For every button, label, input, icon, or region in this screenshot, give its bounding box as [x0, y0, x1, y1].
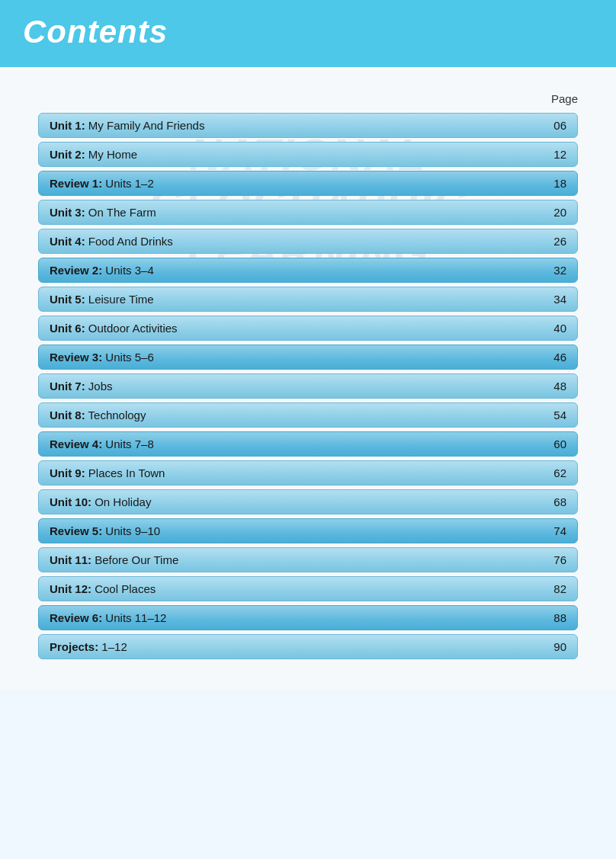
toc-item-label: Unit 2: My Home [50, 148, 545, 161]
toc-row[interactable]: Unit 12: Cool Places82 [38, 576, 578, 601]
toc-item-bold: Review 2: [50, 264, 102, 277]
toc-item-bold: Review 1: [50, 177, 102, 190]
toc-item-bold: Unit 7: [50, 380, 85, 393]
toc-row[interactable]: Unit 3: On The Farm20 [38, 200, 578, 225]
toc-row[interactable]: Review 3: Units 5–646 [38, 345, 578, 370]
toc-item-bold: Unit 4: [50, 235, 85, 248]
toc-row[interactable]: Review 2: Units 3–432 [38, 258, 578, 283]
toc-row[interactable]: Unit 8: Technology54 [38, 402, 578, 428]
toc-item-page: 62 [545, 466, 566, 479]
toc-item-bold: Unit 8: [50, 409, 85, 421]
toc-item-label: Unit 6: Outdoor Activities [50, 322, 545, 335]
toc-item-label: Unit 1: My Family And Friends [50, 119, 545, 132]
toc-item-page: 74 [545, 524, 566, 537]
toc-item-bold: Unit 1: [50, 119, 85, 132]
toc-item-label: Review 5: Units 9–10 [50, 524, 545, 537]
toc-item-label: Review 4: Units 7–8 [50, 438, 545, 450]
toc-item-label: Unit 8: Technology [50, 409, 545, 421]
toc-row[interactable]: Review 5: Units 9–1074 [38, 518, 578, 543]
toc-row[interactable]: Unit 5: Leisure Time34 [38, 287, 578, 312]
toc-item-bold: Review 4: [50, 438, 102, 450]
page-column-label: Page [38, 92, 578, 105]
toc-row[interactable]: Projects: 1–1290 [38, 634, 578, 659]
toc-item-page: 48 [545, 380, 566, 393]
toc-item-label: Unit 3: On The Farm [50, 206, 545, 219]
toc-item-page: 82 [545, 582, 566, 595]
toc-item-label: Unit 11: Before Our Time [50, 553, 545, 566]
toc-row[interactable]: Review 4: Units 7–860 [38, 431, 578, 457]
toc-row[interactable]: Unit 4: Food And Drinks26 [38, 229, 578, 254]
toc-item-label: Unit 7: Jobs [50, 380, 545, 393]
toc-item-page: 68 [545, 495, 566, 508]
toc-item-label: Unit 4: Food And Drinks [50, 235, 545, 248]
toc-row[interactable]: Review 6: Units 11–1288 [38, 605, 578, 630]
toc-list: Unit 1: My Family And Friends06Unit 2: M… [38, 113, 578, 659]
toc-item-label: Review 2: Units 3–4 [50, 264, 545, 277]
toc-item-page: 90 [545, 640, 566, 653]
toc-item-label: Review 1: Units 1–2 [50, 177, 545, 190]
toc-item-page: 32 [545, 264, 566, 277]
toc-item-page: 76 [545, 553, 566, 566]
toc-row[interactable]: Unit 11: Before Our Time76 [38, 547, 578, 572]
toc-item-label: Projects: 1–12 [50, 640, 545, 653]
toc-item-bold: Unit 6: [50, 322, 85, 335]
page-header: Contents [0, 0, 616, 67]
toc-item-page: 06 [545, 119, 566, 132]
toc-item-label: Unit 5: Leisure Time [50, 293, 545, 306]
toc-item-label: Unit 10: On Holiday [50, 495, 545, 508]
toc-item-bold: Unit 12: [50, 582, 91, 595]
toc-row[interactable]: Unit 2: My Home12 [38, 142, 578, 167]
toc-item-page: 12 [545, 148, 566, 161]
toc-row[interactable]: Unit 7: Jobs48 [38, 373, 578, 399]
toc-item-page: 20 [545, 206, 566, 219]
toc-item-bold: Review 6: [50, 611, 102, 624]
toc-row[interactable]: Unit 10: On Holiday68 [38, 489, 578, 514]
toc-item-page: 34 [545, 293, 566, 306]
main-content: NATIONAL GEOGRAPHIC LEARNING Page Unit 1… [0, 69, 616, 690]
toc-item-bold: Review 5: [50, 524, 102, 537]
toc-item-bold: Unit 10: [50, 495, 91, 508]
page-title: Contents [23, 14, 593, 50]
toc-item-page: 88 [545, 611, 566, 624]
toc-row[interactable]: Unit 1: My Family And Friends06 [38, 113, 578, 138]
toc-item-label: Unit 12: Cool Places [50, 582, 545, 595]
toc-item-page: 40 [545, 322, 566, 335]
toc-item-bold: Review 3: [50, 351, 102, 364]
toc-item-page: 18 [545, 177, 566, 190]
toc-item-label: Unit 9: Places In Town [50, 466, 545, 479]
toc-item-label: Review 6: Units 11–12 [50, 611, 545, 624]
toc-row[interactable]: Review 1: Units 1–218 [38, 171, 578, 196]
toc-item-bold: Unit 5: [50, 293, 85, 306]
toc-item-bold: Unit 11: [50, 553, 91, 566]
toc-item-bold: Unit 2: [50, 148, 85, 161]
toc-item-bold: Unit 9: [50, 466, 85, 479]
toc-item-page: 26 [545, 235, 566, 248]
toc-item-label: Review 3: Units 5–6 [50, 351, 545, 364]
toc-item-bold: Projects: [50, 640, 98, 653]
toc-item-bold: Unit 3: [50, 206, 85, 219]
toc-row[interactable]: Unit 6: Outdoor Activities40 [38, 316, 578, 341]
toc-item-page: 60 [545, 438, 566, 450]
toc-row[interactable]: Unit 9: Places In Town62 [38, 460, 578, 486]
toc-item-page: 46 [545, 351, 566, 364]
toc-item-page: 54 [545, 409, 566, 421]
